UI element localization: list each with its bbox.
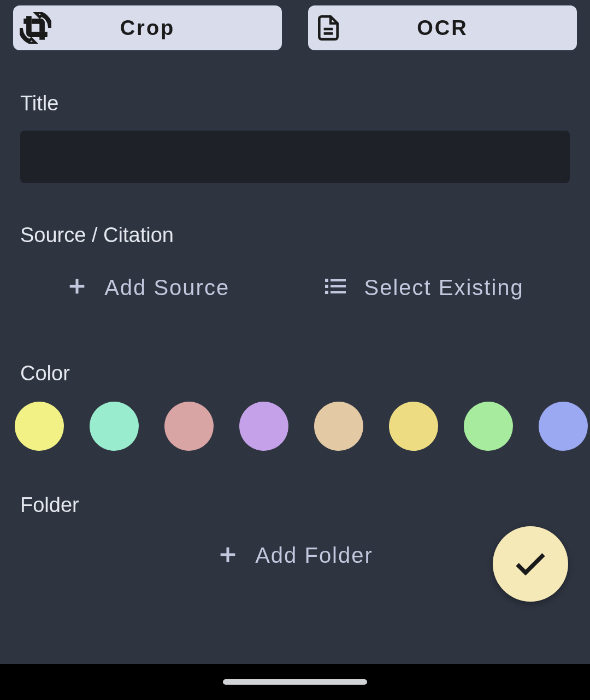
color-swatch-yellow[interactable]: [15, 402, 64, 451]
document-icon: [315, 14, 342, 42]
confirm-button[interactable]: [493, 526, 568, 602]
color-swatch-green[interactable]: [464, 402, 513, 451]
color-swatch-purple[interactable]: [239, 402, 288, 451]
color-swatch-gold[interactable]: [389, 402, 438, 451]
color-label: Color: [20, 362, 570, 385]
plus-icon: [66, 275, 88, 299]
color-swatch-rose[interactable]: [164, 402, 214, 451]
color-swatch-blue[interactable]: [539, 402, 588, 451]
ocr-label: OCR: [417, 16, 468, 40]
color-swatch-tan[interactable]: [314, 402, 363, 451]
svg-rect-4: [325, 279, 328, 282]
list-icon: [322, 273, 348, 302]
svg-rect-6: [325, 285, 328, 288]
ocr-button[interactable]: OCR: [308, 5, 577, 50]
home-indicator[interactable]: [223, 679, 367, 685]
crop-icon: [20, 12, 51, 44]
add-folder-label: Add Folder: [255, 543, 373, 568]
color-swatch-mint[interactable]: [90, 402, 139, 451]
title-label: Title: [20, 92, 570, 115]
add-folder-button[interactable]: Add Folder: [20, 543, 570, 568]
folder-label: Folder: [20, 493, 570, 517]
color-swatches: [15, 402, 570, 451]
system-bottom-bar: [0, 664, 590, 700]
add-source-button[interactable]: Add Source: [66, 273, 229, 302]
add-source-label: Add Source: [104, 275, 229, 300]
svg-rect-7: [331, 285, 346, 287]
crop-label: Crop: [120, 16, 175, 40]
check-icon: [511, 543, 550, 585]
crop-button[interactable]: Crop: [13, 5, 282, 50]
source-label: Source / Citation: [20, 223, 570, 247]
svg-rect-8: [325, 291, 328, 294]
title-input[interactable]: [20, 131, 570, 183]
svg-rect-9: [331, 291, 346, 293]
select-existing-label: Select Existing: [364, 275, 524, 300]
plus-icon: [217, 544, 239, 568]
select-existing-button[interactable]: Select Existing: [322, 273, 524, 302]
svg-rect-5: [331, 279, 346, 281]
